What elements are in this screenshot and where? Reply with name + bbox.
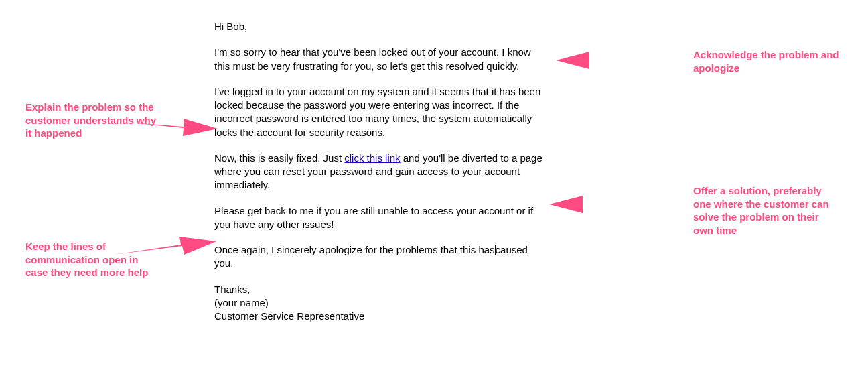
paragraph-solution: Now, this is easily fixed. Just click th… [214, 151, 549, 192]
signature: Thanks, (your name) Customer Service Rep… [214, 283, 549, 324]
arrow-solution-icon [546, 188, 686, 221]
arrow-explain-icon [127, 111, 221, 144]
closing-before: Once again, I sincerely apologize for th… [214, 244, 495, 255]
paragraph-explanation: I've logged in to your account on my sys… [214, 85, 549, 139]
email-body: Hi Bob, I'm so sorry to hear that you've… [214, 20, 549, 335]
paragraph-followup: Please get back to me if you are still u… [214, 204, 549, 232]
para3-before: Now, this is easily fixed. Just [214, 152, 344, 164]
paragraph-closing: Once again, I sincerely apologize for th… [214, 243, 549, 271]
arrow-acknowledge-icon [553, 44, 686, 77]
annotation-acknowledge: Acknowledge the problem and apologize [693, 48, 841, 74]
sign-name: (your name) [214, 296, 549, 310]
greeting: Hi Bob, [214, 20, 549, 34]
sign-thanks: Thanks, [214, 283, 549, 296]
annotation-solution: Offer a solution, preferably one where t… [693, 184, 841, 237]
sign-title: Customer Service Representative [214, 310, 549, 323]
paragraph-apology: I'm so sorry to hear that you've been lo… [214, 46, 549, 73]
arrow-communication-icon [111, 227, 221, 263]
reset-link[interactable]: click this link [344, 152, 400, 164]
